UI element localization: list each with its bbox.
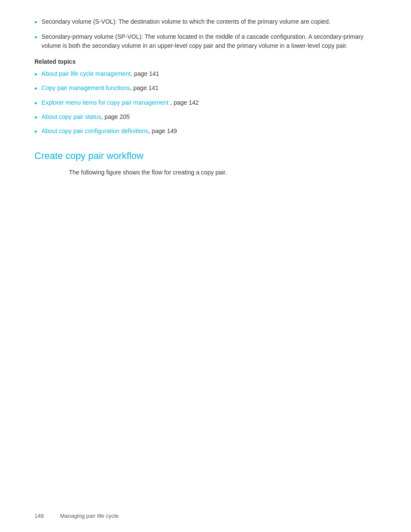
bullet-text-svol: Secondary volume (S-VOL): The destinatio…	[41, 17, 330, 26]
related-link-item-2: • Copy pair management functions, page 1…	[34, 84, 377, 94]
related-link-item-5: • About copy pair configuration definiti…	[34, 127, 377, 137]
related-link-item-3: • Explorer menu items for copy pair mana…	[34, 98, 377, 109]
link-dot-4: •	[34, 112, 37, 123]
related-link-anchor-2[interactable]: Copy pair management functions	[41, 84, 130, 91]
related-topics-heading: Related topics	[34, 58, 377, 65]
footer-separator	[49, 513, 55, 519]
list-item-spvol: • Secondary-primary volume (SP-VOL): The…	[34, 32, 377, 50]
related-link-text-1: About pair life cycle management, page 1…	[41, 69, 159, 78]
link-dot-3: •	[34, 98, 37, 109]
related-link-page-5: , page 149	[149, 128, 177, 134]
footer-title: Managing pair life cycle	[60, 513, 118, 519]
related-link-page-4: , page 205	[101, 113, 130, 120]
list-item-svol: • Secondary volume (S-VOL): The destinat…	[34, 17, 377, 28]
footer-page-number: 148	[34, 513, 44, 519]
related-link-text-5: About copy pair configuration definition…	[41, 127, 177, 136]
related-link-item-4: • About copy pair status, page 205	[34, 112, 377, 123]
intro-bullet-list: • Secondary volume (S-VOL): The destinat…	[34, 17, 377, 50]
related-link-anchor-5[interactable]: About copy pair configuration definition…	[41, 128, 148, 134]
related-link-page-1: , page 141	[131, 70, 159, 77]
related-link-item-1: • About pair life cycle management, page…	[34, 69, 377, 80]
page-container: • Secondary volume (S-VOL): The destinat…	[0, 0, 411, 532]
related-link-text-4: About copy pair status, page 205	[41, 112, 130, 121]
related-link-anchor-1[interactable]: About pair life cycle management	[41, 70, 131, 77]
section-description: The following figure shows the flow for …	[34, 168, 377, 177]
related-link-page-2: , page 141	[130, 84, 159, 91]
link-dot-5: •	[34, 127, 37, 137]
bullet-text-spvol: Secondary-primary volume (SP-VOL): The v…	[41, 32, 377, 50]
related-link-page-3: , page 142	[168, 99, 199, 106]
related-link-anchor-4[interactable]: About copy pair status	[41, 113, 101, 120]
bullet-dot-svol: •	[34, 17, 37, 28]
section-heading: Create copy pair workflow	[34, 150, 377, 162]
bullet-dot-spvol: •	[34, 32, 37, 43]
related-link-anchor-3[interactable]: Explorer menu items for copy pair manage…	[41, 99, 168, 106]
related-link-text-3: Explorer menu items for copy pair manage…	[41, 98, 199, 107]
related-link-text-2: Copy pair management functions, page 141	[41, 84, 159, 93]
link-dot-2: •	[34, 84, 37, 94]
related-links-list: • About pair life cycle management, page…	[34, 69, 377, 137]
page-footer: 148 Managing pair life cycle	[34, 513, 118, 519]
link-dot-1: •	[34, 69, 37, 80]
